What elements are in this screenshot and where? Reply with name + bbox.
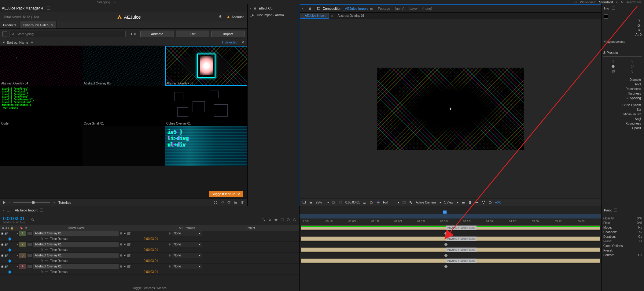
sync-icon[interactable] — [573, 0, 577, 4]
channel-icon[interactable] — [376, 201, 380, 204]
edit-button[interactable]: Edit — [176, 31, 209, 37]
close-icon[interactable]: × — [2, 208, 4, 212]
property-value[interactable]: 0:00:03:01 — [144, 270, 158, 274]
parent-dropdown[interactable]: None▾ — [172, 264, 202, 269]
brush-tip[interactable] — [612, 65, 615, 68]
clear-selection-icon[interactable]: ✕ — [241, 40, 244, 44]
paint-property[interactable]: Erase:La — [603, 239, 642, 244]
toggle-switches-button[interactable]: Toggle Switches / Modes — [0, 285, 299, 291]
grid-view-icon[interactable] — [214, 201, 217, 204]
close-icon[interactable]: × — [302, 7, 304, 10]
products-tab[interactable]: Products — [0, 21, 20, 28]
reset-exposure-icon[interactable] — [488, 201, 492, 204]
layer-name[interactable]: Abstract Overlay 01 — [33, 264, 119, 269]
link-icon[interactable] — [220, 201, 224, 204]
close-icon[interactable]: × — [249, 6, 251, 10]
layer-marker[interactable]: AEJuice Freeze Frame — [446, 226, 477, 230]
view-dropdown[interactable]: 1 View▾ — [444, 201, 458, 204]
transparency-icon[interactable] — [409, 201, 413, 204]
prop-angle2[interactable]: Angl — [603, 117, 642, 121]
aejuice-logo[interactable]: AEJuice — [117, 14, 141, 20]
panel-menu-icon[interactable]: ☰ — [612, 6, 615, 10]
layer-bar-row[interactable]: AEJuice Freeze Frame — [300, 225, 601, 231]
graph-icon[interactable]: 〰 — [45, 237, 48, 241]
search-icon[interactable] — [31, 218, 35, 222]
graph-icon[interactable]: 〰 — [45, 248, 48, 252]
visibility-icon[interactable]: ◉ — [1, 265, 4, 268]
visibility-icon[interactable]: ◉ — [1, 254, 4, 257]
composition-viewer[interactable]: ✦ — [300, 19, 601, 199]
paint-property[interactable]: Flow:0 % — [603, 221, 642, 225]
stopwatch-icon[interactable]: ⏱ — [40, 259, 43, 263]
paint-property[interactable]: Clone Options — [603, 244, 642, 248]
animate-button[interactable]: Animate — [140, 31, 174, 37]
layer-row[interactable]: ◉🔊 ▾ 2 Abstract Overlay 01 ⊕✶ ⊚ None▾ — [0, 242, 299, 247]
layer-bar-row[interactable]: AEJuice Freeze Frame — [300, 236, 601, 242]
play-icon[interactable] — [3, 201, 6, 204]
paint-property[interactable]: Opacity:0 % — [603, 216, 642, 221]
layer-row[interactable]: ◉🔊 ▾ 4 Abstract Overlay 01 ⊕✶ ⊚ None▾ — [0, 264, 299, 269]
parent-dropdown[interactable]: None▾ — [172, 253, 202, 258]
pack-tab[interactable]: Cyberpunk Glitch ✕ — [20, 21, 56, 28]
layer-name[interactable]: Abstract Overlay 01 — [33, 231, 119, 236]
graph-icon[interactable]: 〰 — [45, 259, 48, 263]
visibility-icon[interactable]: ◉ — [1, 232, 4, 235]
layer-switches[interactable]: ⊕✶ — [119, 265, 167, 268]
mask-icon[interactable] — [339, 201, 342, 204]
twirl-icon[interactable]: ▾ — [15, 243, 19, 246]
parent-dropdown[interactable]: None▾ — [172, 231, 202, 236]
graph-icon[interactable]: 〰 — [45, 270, 48, 274]
parent-pickwhip-icon[interactable]: ⊚ — [167, 254, 172, 257]
prop-min-size[interactable]: Minimum Siz — [603, 112, 642, 117]
prop-diameter[interactable]: Diamete — [603, 77, 642, 82]
zoom-in-icon[interactable]: + — [53, 201, 55, 204]
property-row[interactable]: ⏱ 〰 Time Remap 0:00:03:01 — [0, 269, 299, 275]
prop-opacity[interactable]: Opacit — [603, 126, 642, 130]
flowchart-icon[interactable] — [482, 201, 485, 204]
parent-pickwhip-icon[interactable]: ⊚ — [167, 232, 172, 235]
aejuice-panel-tab[interactable]: AEJuice Pack Manager 4 ☰ — [0, 4, 247, 12]
comp-name-link[interactable]: _AEJuice Import — [343, 7, 368, 10]
audio-icon[interactable]: 🔊 — [4, 254, 8, 257]
col-source[interactable]: Source Name — [68, 226, 85, 229]
current-timecode[interactable]: 0:00:03:01 — [3, 216, 25, 221]
search-input[interactable] — [17, 32, 123, 36]
property-row[interactable]: ⏱ 〰 Time Remap 0:00:03:01 — [0, 236, 299, 242]
prop-size[interactable]: Siz — [603, 107, 642, 112]
favorites-filter[interactable]: ★ 0 — [127, 32, 138, 36]
layer-switches[interactable]: ⊕✶ — [119, 254, 167, 257]
layer-marker[interactable]: AEJuice Freeze Frame — [446, 259, 477, 263]
prop-roundness2[interactable]: Roundness — [603, 121, 642, 126]
audio-icon[interactable]: 🔊 — [4, 232, 8, 235]
keyframe-icon[interactable] — [8, 237, 11, 241]
presets-title[interactable]: & Presets — [603, 51, 642, 54]
layer-switches[interactable]: ⊕✶ — [119, 232, 167, 235]
workspace-chevron-icon[interactable]: ▾ — [616, 0, 618, 4]
magnify-icon[interactable] — [302, 201, 306, 204]
layer-row[interactable]: ◉🔊 ▾ 3 Abstract Overlay 01 ⊕✶ ⊚ None▾ — [0, 253, 299, 258]
paint-property[interactable]: Source:Cu — [603, 253, 642, 257]
graph-editor-icon[interactable] — [293, 218, 296, 222]
frame-blend-icon[interactable] — [280, 218, 284, 222]
panel-menu-icon[interactable]: ☰ — [614, 208, 617, 212]
effect-controls-tab[interactable]: × Effect Con — [248, 4, 299, 12]
zoom-dropdown[interactable]: 25%▾ — [316, 201, 329, 204]
pixel-aspect-icon[interactable] — [462, 201, 465, 204]
import-button[interactable]: Import — [211, 31, 245, 37]
bell-icon[interactable] — [219, 15, 222, 19]
zoom-out-icon[interactable]: − — [9, 201, 10, 204]
safe-zones-icon[interactable] — [332, 201, 336, 204]
asset-cell[interactable]: div>1 { "errFirst",div>2 { "errLast",div… — [0, 86, 82, 126]
work-area[interactable] — [300, 214, 601, 218]
paint-property[interactable]: Duration:Co — [603, 234, 642, 239]
prop-spacing-check[interactable]: ✓Spacing — [603, 96, 642, 100]
keyframe-icon[interactable] — [8, 259, 11, 263]
trash-icon[interactable] — [241, 201, 244, 204]
paint-property[interactable]: Preset: — [603, 248, 642, 253]
comp-breadcrumb[interactable]: _AEJuice Import — [300, 13, 329, 19]
draft3d-icon[interactable] — [268, 218, 272, 222]
paint-property[interactable]: Mode:No — [603, 225, 642, 230]
brush-tip[interactable] — [631, 65, 634, 68]
timeline-panel-tab[interactable]: × _AEJuice Import ☰ — [0, 206, 299, 214]
twirl-icon[interactable]: ▾ — [15, 254, 19, 257]
